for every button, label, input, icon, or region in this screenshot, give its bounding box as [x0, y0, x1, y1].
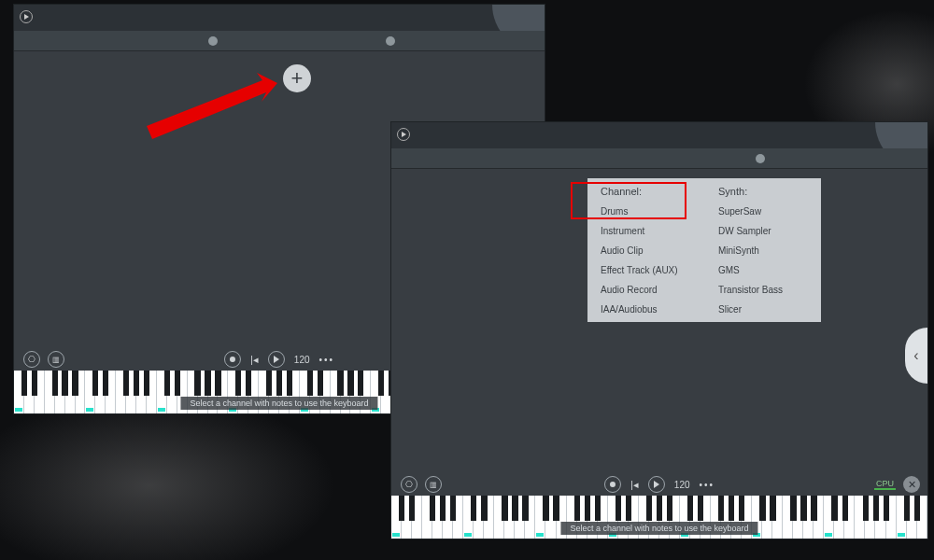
piano-black-key[interactable]: [215, 371, 220, 396]
track-area[interactable]: ‹ Channel: Drums Instrument Audio Clip E…: [391, 169, 927, 473]
piano-black-key[interactable]: [873, 496, 879, 521]
piano-black-key[interactable]: [358, 371, 363, 396]
piano-black-key[interactable]: [72, 371, 78, 396]
menu-item-audio-clip[interactable]: Audio Clip: [601, 245, 690, 256]
keyboard-button[interactable]: ▥: [425, 476, 442, 493]
piano-black-key[interactable]: [790, 496, 796, 521]
piano-black-key[interactable]: [914, 496, 920, 521]
menu-item-minisynth[interactable]: MiniSynth: [718, 245, 808, 256]
piano-black-key[interactable]: [471, 496, 476, 521]
mixer-button[interactable]: ⎔: [401, 476, 417, 493]
piano-black-key[interactable]: [667, 496, 672, 521]
piano-black-key[interactable]: [831, 496, 837, 521]
piano-black-key[interactable]: [811, 496, 816, 521]
close-keyboard-button[interactable]: ✕: [903, 476, 920, 493]
piano-black-key[interactable]: [553, 496, 559, 521]
piano-keyboard[interactable]: Select a channel with notes to use the k…: [391, 496, 927, 539]
piano-black-key[interactable]: [235, 371, 241, 396]
more-button[interactable]: •••: [700, 480, 715, 490]
tempo-display[interactable]: 120: [294, 355, 310, 365]
menu-item-dw-sampler[interactable]: DW Sampler: [718, 226, 808, 236]
menu-item-audio-record[interactable]: Audio Record: [601, 285, 690, 295]
piano-black-key[interactable]: [759, 496, 765, 521]
piano-black-key[interactable]: [318, 371, 323, 396]
piano-black-key[interactable]: [164, 371, 170, 396]
timeline-marker[interactable]: [208, 36, 218, 46]
keyboard-button[interactable]: ▥: [48, 351, 64, 368]
piano-black-key[interactable]: [103, 371, 108, 396]
side-expand-handle[interactable]: ‹: [905, 328, 927, 384]
piano-black-key[interactable]: [863, 496, 869, 521]
timeline-marker[interactable]: [756, 154, 765, 163]
piano-black-key[interactable]: [595, 496, 601, 521]
piano-black-key[interactable]: [543, 496, 548, 521]
piano-black-key[interactable]: [904, 496, 910, 521]
piano-black-key[interactable]: [62, 371, 67, 396]
piano-black-key[interactable]: [347, 371, 353, 396]
piano-black-key[interactable]: [574, 496, 580, 521]
piano-black-key[interactable]: [378, 371, 384, 396]
menu-item-slicer[interactable]: Slicer: [718, 304, 808, 315]
piano-black-key[interactable]: [884, 496, 889, 521]
piano-black-key[interactable]: [481, 496, 487, 521]
piano-black-key[interactable]: [800, 496, 806, 521]
mixer-button[interactable]: ⎔: [23, 351, 40, 368]
piano-black-key[interactable]: [842, 496, 848, 521]
piano-black-key[interactable]: [194, 371, 200, 396]
piano-black-key[interactable]: [430, 496, 435, 521]
tempo-display[interactable]: 120: [674, 480, 690, 490]
piano-black-key[interactable]: [616, 496, 621, 521]
piano-black-key[interactable]: [626, 496, 631, 521]
menu-item-instrument[interactable]: Instrument: [601, 226, 690, 236]
piano-black-key[interactable]: [246, 371, 251, 396]
piano-black-key[interactable]: [657, 496, 662, 521]
piano-black-key[interactable]: [739, 496, 744, 521]
timeline-play-icon[interactable]: [20, 10, 33, 23]
play-button[interactable]: [648, 476, 665, 493]
piano-black-key[interactable]: [134, 371, 139, 396]
add-channel-button[interactable]: +: [283, 64, 311, 92]
piano-black-key[interactable]: [307, 371, 313, 396]
piano-black-key[interactable]: [512, 496, 517, 521]
piano-black-key[interactable]: [21, 371, 27, 396]
piano-black-key[interactable]: [585, 496, 590, 521]
skip-back-icon[interactable]: |◂: [630, 479, 639, 491]
timeline-ruler[interactable]: [391, 148, 927, 169]
menu-item-effect-track[interactable]: Effect Track (AUX): [601, 265, 690, 275]
timeline-ruler[interactable]: [14, 31, 545, 51]
piano-black-key[interactable]: [92, 371, 98, 396]
piano-black-key[interactable]: [52, 371, 58, 396]
piano-black-key[interactable]: [450, 496, 456, 521]
piano-black-key[interactable]: [687, 496, 693, 521]
menu-item-iaa-audiobus[interactable]: IAA/Audiobus: [601, 304, 690, 315]
piano-black-key[interactable]: [409, 496, 415, 521]
record-button[interactable]: [224, 351, 241, 368]
piano-black-key[interactable]: [337, 371, 343, 396]
piano-black-key[interactable]: [729, 496, 734, 521]
piano-black-key[interactable]: [175, 371, 180, 396]
record-button[interactable]: [604, 476, 621, 493]
menu-item-gms[interactable]: GMS: [718, 265, 808, 275]
piano-black-key[interactable]: [205, 371, 210, 396]
piano-black-key[interactable]: [502, 496, 507, 521]
piano-black-key[interactable]: [144, 371, 149, 396]
menu-item-supersaw[interactable]: SuperSaw: [718, 206, 808, 217]
menu-item-transistor-bass[interactable]: Transistor Bass: [718, 285, 808, 295]
more-button[interactable]: •••: [319, 355, 335, 365]
piano-black-key[interactable]: [123, 371, 129, 396]
piano-black-key[interactable]: [440, 496, 446, 521]
piano-black-key[interactable]: [399, 496, 404, 521]
timeline-play-icon[interactable]: [397, 128, 410, 141]
piano-black-key[interactable]: [646, 496, 652, 521]
skip-back-icon[interactable]: |◂: [250, 354, 259, 366]
piano-black-key[interactable]: [276, 371, 282, 396]
play-button[interactable]: [268, 351, 285, 368]
piano-black-key[interactable]: [770, 496, 775, 521]
piano-black-key[interactable]: [32, 371, 37, 396]
piano-black-key[interactable]: [522, 496, 528, 521]
timeline-marker[interactable]: [386, 36, 395, 46]
piano-black-key[interactable]: [718, 496, 724, 521]
piano-black-key[interactable]: [287, 371, 292, 396]
piano-black-key[interactable]: [698, 496, 703, 521]
piano-black-key[interactable]: [266, 371, 272, 396]
